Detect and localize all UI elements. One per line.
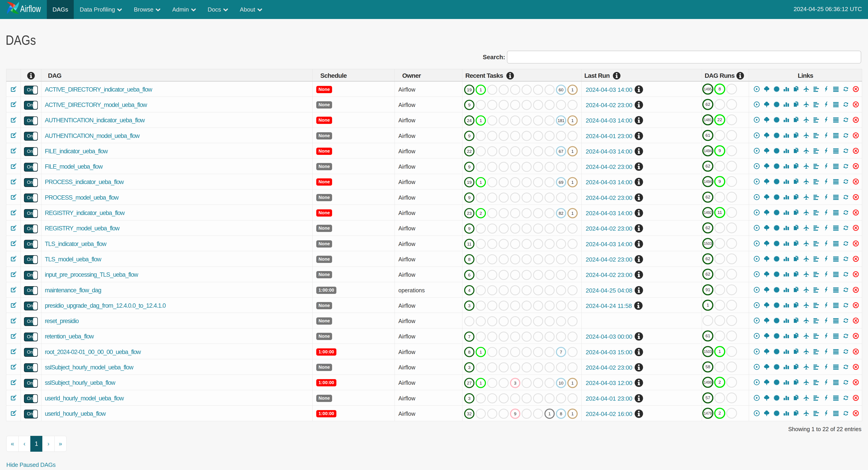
svg-text:27: 27 bbox=[467, 380, 472, 385]
svg-text:2: 2 bbox=[718, 380, 721, 384]
svg-text:1: 1 bbox=[571, 380, 574, 385]
svg-text:4: 4 bbox=[468, 288, 470, 293]
svg-text:9: 9 bbox=[468, 134, 470, 138]
svg-text:1: 1 bbox=[571, 211, 574, 215]
svg-text:1: 1 bbox=[571, 180, 574, 184]
svg-text:3: 3 bbox=[468, 396, 470, 401]
svg-text:69: 69 bbox=[559, 180, 563, 184]
svg-text:19: 19 bbox=[467, 87, 472, 92]
svg-text:1: 1 bbox=[479, 180, 482, 184]
svg-text:23: 23 bbox=[467, 211, 472, 215]
svg-text:3: 3 bbox=[514, 380, 517, 385]
svg-text:1495: 1495 bbox=[704, 87, 712, 91]
svg-text:1494: 1494 bbox=[704, 149, 712, 153]
svg-text:62: 62 bbox=[705, 195, 710, 199]
svg-text:1: 1 bbox=[571, 411, 574, 416]
svg-text:1: 1 bbox=[479, 380, 482, 385]
svg-text:61: 61 bbox=[705, 333, 710, 338]
svg-text:58: 58 bbox=[705, 364, 710, 369]
svg-text:67: 67 bbox=[559, 149, 563, 154]
svg-text:22: 22 bbox=[467, 149, 472, 154]
svg-text:10: 10 bbox=[559, 380, 563, 385]
svg-text:3: 3 bbox=[468, 303, 470, 308]
svg-text:1503: 1503 bbox=[704, 350, 712, 354]
svg-text:62: 62 bbox=[705, 225, 710, 230]
svg-text:7: 7 bbox=[468, 334, 470, 339]
svg-text:57: 57 bbox=[705, 395, 710, 400]
svg-text:9: 9 bbox=[514, 411, 517, 416]
svg-text:3: 3 bbox=[468, 365, 470, 370]
svg-text:22: 22 bbox=[717, 117, 722, 122]
svg-text:1: 1 bbox=[571, 149, 574, 154]
svg-text:62: 62 bbox=[705, 272, 710, 276]
svg-text:2: 2 bbox=[718, 411, 721, 415]
svg-text:1: 1 bbox=[571, 118, 574, 123]
svg-text:11: 11 bbox=[718, 210, 722, 215]
svg-text:1: 1 bbox=[479, 350, 482, 355]
svg-text:8: 8 bbox=[560, 411, 562, 416]
svg-text:2: 2 bbox=[479, 211, 482, 215]
svg-text:60: 60 bbox=[559, 87, 563, 92]
svg-text:62: 62 bbox=[705, 164, 710, 168]
svg-text:181: 181 bbox=[558, 118, 564, 123]
svg-text:9: 9 bbox=[468, 195, 470, 200]
svg-text:7: 7 bbox=[560, 350, 562, 355]
svg-text:8: 8 bbox=[468, 350, 470, 355]
svg-text:1: 1 bbox=[479, 118, 482, 123]
svg-text:82: 82 bbox=[559, 211, 563, 215]
svg-text:1481: 1481 bbox=[704, 118, 712, 122]
svg-text:9: 9 bbox=[468, 226, 470, 231]
svg-text:1: 1 bbox=[707, 303, 709, 307]
svg-text:1: 1 bbox=[479, 87, 482, 92]
svg-text:32: 32 bbox=[467, 411, 472, 416]
svg-text:1494: 1494 bbox=[704, 180, 712, 183]
svg-text:8: 8 bbox=[468, 257, 470, 262]
svg-text:1: 1 bbox=[718, 349, 721, 354]
svg-text:1499: 1499 bbox=[704, 380, 712, 384]
svg-text:11: 11 bbox=[467, 242, 472, 246]
svg-text:1: 1 bbox=[548, 411, 551, 416]
svg-text:1492: 1492 bbox=[704, 211, 712, 214]
svg-text:6: 6 bbox=[468, 272, 470, 277]
svg-text:24: 24 bbox=[467, 118, 472, 123]
svg-text:61: 61 bbox=[705, 133, 710, 138]
svg-text:19: 19 bbox=[467, 180, 472, 184]
svg-text:8: 8 bbox=[718, 87, 721, 91]
svg-text:9: 9 bbox=[718, 148, 721, 153]
svg-text:62: 62 bbox=[705, 256, 710, 261]
svg-text:9: 9 bbox=[718, 179, 721, 184]
svg-text:1: 1 bbox=[571, 87, 574, 92]
svg-text:1479: 1479 bbox=[704, 411, 712, 415]
svg-text:9: 9 bbox=[468, 103, 470, 107]
svg-text:1503: 1503 bbox=[704, 242, 712, 245]
svg-text:91: 91 bbox=[705, 287, 710, 292]
svg-text:9: 9 bbox=[468, 164, 470, 169]
svg-text:62: 62 bbox=[705, 102, 710, 107]
